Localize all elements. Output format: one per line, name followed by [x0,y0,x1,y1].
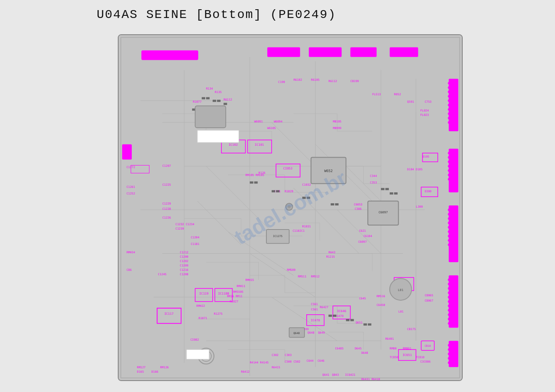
svg-rect-49 [307,315,324,326]
svg-rect-244 [177,51,181,59]
svg-rect-239 [149,51,153,59]
svg-rect-187 [390,192,393,194]
svg-rect-270 [368,201,399,225]
svg-rect-173 [217,100,221,102]
svg-rect-249 [123,150,131,154]
svg-point-229 [448,313,450,316]
svg-text:C1272: C1272 [127,165,135,169]
svg-point-213 [448,213,450,216]
svg-text:LC1079: LC1079 [191,351,201,355]
svg-rect-183 [331,203,334,205]
svg-text:RM127: RM127 [137,366,146,369]
svg-text:CB199: CB199 [350,79,359,83]
svg-rect-176 [196,108,200,111]
svg-text:C1207: C1207 [162,164,171,168]
svg-line-23 [272,122,328,179]
svg-line-15 [294,188,359,253]
svg-rect-258 [394,277,414,291]
svg-text:C502: C502 [294,360,301,363]
svg-point-228 [448,309,450,312]
svg-rect-188 [394,192,398,194]
svg-text:Q843: Q843 [332,373,339,377]
svg-text:C1209: C1209 [180,264,189,267]
svg-rect-257 [157,308,181,324]
corner-hole-bl [125,366,133,374]
svg-rect-191 [346,319,349,321]
svg-point-217 [448,230,450,233]
svg-point-214 [448,217,450,220]
svg-text:R900: R900 [401,281,407,284]
svg-rect-178 [254,181,258,183]
svg-text:R6431 R6418: R6431 R6418 [361,378,380,380]
svg-rect-180 [276,190,279,192]
svg-text:C121: C121 [274,190,281,193]
svg-text:RM16 RM11: RM16 RM11 [227,295,243,298]
svg-text:R121S: R121S [326,255,335,259]
svg-rect-193 [363,324,367,326]
svg-text:C344: C344 [370,174,377,178]
mount-hole-bot-mid2 [365,368,370,374]
svg-rect-0 [119,35,462,380]
svg-text:C6470: C6470 [335,314,344,318]
svg-point-254 [203,353,209,359]
svg-rect-47 [333,306,351,319]
svg-line-20 [316,144,372,201]
svg-text:CS61: CS61 [311,308,318,311]
svg-rect-184 [335,203,338,205]
svg-text:R134: R134 [206,87,213,90]
svg-point-274 [390,278,412,300]
svg-rect-250 [123,155,131,158]
svg-text:R6102: R6102 [294,78,302,82]
svg-text:R1071: R1071 [199,316,207,320]
svg-text:R643: R643 [329,251,336,254]
svg-text:RMH15: RMH15 [246,278,254,282]
svg-rect-1 [121,37,460,378]
svg-point-199 [448,99,450,102]
svg-text:D300: D300 [424,190,432,193]
svg-text:R6499: R6499 [300,327,309,331]
svg-text:R1027: R1027 [230,300,239,303]
svg-line-22 [346,166,389,209]
svg-text:IC117: IC117 [164,312,174,316]
watermark: tadel.com.br [230,166,351,249]
svg-text:W6091: W6091 [254,120,263,123]
svg-point-195 [448,82,450,84]
svg-rect-255 [197,130,239,143]
svg-rect-260 [422,153,438,162]
svg-text:C1239: C1239 [175,227,184,230]
svg-text:R6112: R6112 [224,98,232,101]
svg-text:C353: C353 [370,181,377,184]
svg-text:RM509: RM509 [287,268,296,272]
svg-point-231 [448,322,450,325]
svg-point-200 [448,104,450,106]
svg-rect-186 [385,188,389,190]
svg-text:RM126: RM126 [160,366,169,369]
svg-text:C1202: C1202 [180,259,189,263]
svg-point-211 [448,178,450,180]
svg-line-16 [250,253,315,297]
svg-rect-278 [421,341,434,350]
svg-text:RMB01: RMB01 [403,347,412,350]
svg-rect-261 [421,187,438,197]
svg-text:IC470: IC470 [311,319,320,322]
svg-point-197 [448,90,450,93]
svg-rect-179 [272,190,275,192]
svg-text:C303: C303 [285,353,292,357]
svg-text:IC6421: IC6421 [345,373,355,377]
svg-rect-175 [192,108,196,111]
svg-rect-240 [154,51,159,59]
svg-rect-32 [449,275,458,327]
svg-point-205 [448,152,450,155]
svg-text:RM5505: RM5505 [233,290,243,294]
svg-text:C198: C198 [272,231,279,235]
svg-point-196 [448,86,450,89]
svg-text:RM511: RM511 [298,275,307,278]
svg-text:C1204: C1204 [191,236,200,239]
svg-rect-25 [267,47,300,57]
svg-text:CI082: CI082 [190,338,199,342]
svg-text:IC646: IC646 [337,309,346,313]
svg-rect-174 [224,103,227,105]
mount-hole-top-mid2 [365,42,370,47]
svg-text:C1261: C1261 [127,185,135,189]
svg-point-225 [448,296,450,298]
